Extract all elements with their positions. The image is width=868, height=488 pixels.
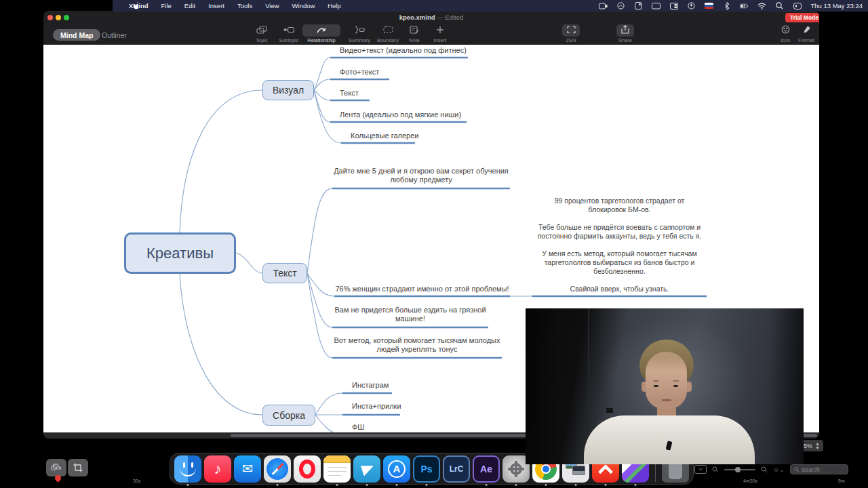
timeline-tick-5m: 5m — [838, 479, 845, 483]
window-titlebar[interactable]: kpeo.xmind — Edited Trial Mode — [43, 11, 819, 23]
zen-button[interactable]: ZEN — [556, 24, 586, 43]
tab-outliner[interactable]: Outliner — [102, 31, 127, 39]
battery-icon — [740, 2, 749, 9]
topic-text-only[interactable]: Текст — [340, 89, 359, 98]
recorder-controls: ☺⌄ Search — [694, 464, 848, 475]
dock-photoshop-icon[interactable]: Ps — [413, 455, 440, 483]
topic-lenta[interactable]: Лента (идеально под мягкие ниши) — [340, 110, 461, 119]
summary-icon — [354, 24, 365, 37]
zoom-slider-knob[interactable] — [735, 467, 741, 472]
subtopic-button[interactable]: Subtopic — [274, 24, 304, 43]
dock-mail-icon[interactable]: ✉ — [234, 455, 261, 483]
share-icon — [621, 24, 629, 37]
topic-instagram[interactable]: Инстаграм — [352, 381, 389, 390]
tab-mind-map[interactable]: Mind Map — [53, 29, 100, 41]
menu-item-edit[interactable]: Edit — [184, 2, 195, 9]
topic-99-percent-block[interactable]: 99 процентов таргетологов страдает от бл… — [529, 197, 710, 293]
zen-mode-icon — [567, 24, 576, 37]
menu-item-view[interactable]: View — [265, 2, 279, 9]
desktop: XMind File Edit Insert Tools View Window… — [0, 0, 868, 488]
recorder-windows-button[interactable] — [46, 459, 66, 476]
topic-video-text[interactable]: Видео+текст (идеально под фитнес) — [340, 46, 467, 55]
sidebar-toggle-icon[interactable] — [669, 2, 678, 9]
spotlight-icon[interactable] — [775, 2, 784, 9]
dock-safari-icon[interactable] — [264, 455, 291, 483]
input-language-flag-ru[interactable] — [705, 3, 713, 9]
emoji-dropdown-icon[interactable]: ☺⌄ — [773, 466, 785, 473]
topic-fsh[interactable]: ФШ — [352, 423, 364, 432]
menu-item-tools[interactable]: Tools — [237, 2, 252, 9]
subtopic-icon — [283, 24, 294, 37]
topic-insta-apps[interactable]: Инста+прилки — [352, 402, 401, 411]
note-icon — [410, 24, 419, 37]
search-icon — [794, 467, 800, 472]
summary-button[interactable]: Summary — [344, 24, 374, 43]
insert-button[interactable]: Insert — [425, 24, 455, 43]
boundary-button[interactable]: Boundary — [373, 24, 403, 43]
menu-item-help[interactable]: Help — [328, 2, 341, 9]
keyboard-icon[interactable] — [694, 465, 707, 474]
menu-item-file[interactable]: File — [161, 2, 172, 9]
format-panel-button[interactable]: Format — [791, 24, 819, 43]
bluetooth-icon[interactable] — [722, 2, 731, 9]
timeline-tick-30s: 30s — [133, 479, 140, 483]
dock-appstore-icon[interactable]: A — [383, 455, 410, 483]
dock-telegram-icon[interactable] — [353, 455, 380, 483]
adobe-cc-icon[interactable] — [616, 2, 625, 9]
boundary-icon — [383, 24, 393, 37]
central-topic[interactable]: Креативы — [124, 232, 236, 274]
dock-opera-icon[interactable] — [294, 455, 321, 483]
record-status-icon[interactable] — [687, 2, 696, 9]
topic-76-percent[interactable]: 76% женщин страдают именно от этой пробл… — [334, 285, 510, 293]
topic-icon — [256, 24, 267, 37]
topic-button[interactable]: Topic — [247, 24, 277, 43]
insert-plus-icon — [436, 24, 444, 37]
relationship-button[interactable]: Relationship — [302, 24, 340, 43]
relationship-icon — [316, 24, 327, 37]
wifi-icon[interactable] — [757, 2, 766, 9]
zoom-out-icon[interactable] — [712, 466, 719, 473]
display-icon[interactable] — [652, 2, 660, 9]
zoom-value: 5% — [804, 443, 812, 449]
topic-tonus[interactable]: Вот метод, который помогает тысячам моло… — [332, 336, 502, 354]
video-vignette — [526, 308, 804, 464]
branch-visual[interactable]: Визуал — [262, 80, 314, 100]
zoom-stepper-icon[interactable]: ▲▼ — [815, 442, 820, 450]
screen-record-icon[interactable] — [599, 2, 608, 9]
menu-bar: XMind File Edit Insert Tools View Window… — [113, 0, 868, 12]
menu-item-insert[interactable]: Insert — [208, 2, 224, 9]
topic-galleries[interactable]: Кольцевые галереи — [351, 131, 418, 140]
timeline-tick-4m30s: 4m30s — [743, 479, 757, 483]
zoom-in-icon[interactable] — [761, 466, 768, 473]
control-center-icon[interactable] — [793, 2, 802, 9]
menu-clock[interactable]: Thu 13 May 23:24 — [810, 2, 863, 9]
apple-menu-icon[interactable] — [133, 2, 140, 9]
format-brush-icon — [802, 24, 811, 37]
branch-text[interactable]: Текст — [262, 263, 307, 283]
share-button[interactable]: Share — [610, 24, 640, 43]
dock-lightroom-icon[interactable]: LrC — [443, 455, 470, 483]
toolbar: Mind Map Outliner Topic Subtopic Relatio… — [43, 23, 819, 45]
window-title: kpeo.xmind — Edited — [43, 14, 819, 21]
edited-indicator: — Edited — [437, 14, 463, 21]
trial-mode-badge[interactable]: Trial Mode — [785, 13, 819, 22]
topic-5-days[interactable]: Дайте мне 5 дней и я открою вам секрет о… — [332, 167, 510, 184]
branch-sborka[interactable]: Сборка — [262, 405, 315, 426]
zoom-slider[interactable] — [724, 469, 755, 470]
recorder-search-field[interactable]: Search — [790, 464, 848, 474]
menu-item-window[interactable]: Window — [292, 2, 315, 9]
dock-notes-icon[interactable] — [323, 455, 351, 483]
dock-music-icon[interactable]: ♪ — [204, 455, 231, 483]
topic-dirty-car[interactable]: Вам не придется больше ездить на грязной… — [332, 306, 488, 323]
notification-app-icon[interactable] — [634, 2, 643, 9]
dock-aftereffects-icon[interactable]: Ae — [473, 455, 500, 483]
recorder-crop-button[interactable] — [68, 459, 88, 476]
webcam-video-overlay[interactable] — [526, 308, 804, 464]
document-name: kpeo.xmind — [399, 14, 435, 21]
search-placeholder: Search — [802, 466, 820, 473]
smiley-icon — [781, 24, 790, 37]
dock-finder-icon[interactable] — [174, 455, 201, 483]
topic-photo-text[interactable]: Фото+текст — [340, 68, 379, 77]
